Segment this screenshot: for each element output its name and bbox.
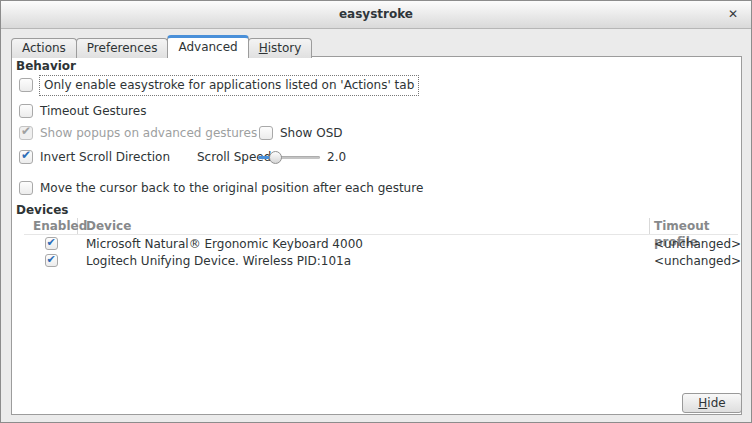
device-name-cell: Microsoft Natural® Ergonomic Keyboard 40… xyxy=(78,237,650,251)
scroll-speed-value: 2.0 xyxy=(327,150,346,164)
row-invert-scroll: Invert Scroll Direction Scroll Speed 2.0 xyxy=(19,149,735,165)
tab-history-label-rest: istory xyxy=(268,41,302,55)
hide-button-mnemonic: H xyxy=(698,396,707,410)
show-popups-checkbox xyxy=(19,126,33,140)
tab-advanced[interactable]: Advanced xyxy=(167,35,248,58)
behavior-heading: Behavior xyxy=(16,59,76,73)
only-enable-label[interactable]: Only enable easystroke for applications … xyxy=(39,75,419,96)
device-name-cell: Logitech Unifying Device. Wireless PID:1… xyxy=(78,254,650,268)
device-timeout-cell: <unchanged> xyxy=(650,254,738,268)
invert-scroll-checkbox[interactable] xyxy=(19,150,33,164)
device-enabled-checkbox[interactable] xyxy=(45,237,58,250)
device-enabled-cell xyxy=(24,254,78,267)
titlebar[interactable]: easystroke ✕ xyxy=(1,1,751,29)
tab-actions[interactable]: Actions xyxy=(11,38,77,58)
invert-scroll-label[interactable]: Invert Scroll Direction xyxy=(40,150,170,164)
close-icon[interactable]: ✕ xyxy=(728,1,738,28)
device-timeout-cell: <unchanged> xyxy=(650,237,738,251)
device-enabled-cell xyxy=(24,237,78,250)
hide-button-label-rest: ide xyxy=(707,396,725,410)
device-row[interactable]: Microsoft Natural® Ergonomic Keyboard 40… xyxy=(24,235,738,252)
column-header-timeout-profile[interactable]: Timeout profile xyxy=(650,218,738,234)
devices-table: Enabled Device Timeout profile Microsoft… xyxy=(24,218,738,269)
tab-history-mnemonic: H xyxy=(259,41,268,55)
slider-handle[interactable] xyxy=(269,151,282,164)
row-popups-osd: Show popups on advanced gestures Show OS… xyxy=(19,125,735,141)
move-cursor-checkbox[interactable] xyxy=(19,181,33,195)
device-row[interactable]: Logitech Unifying Device. Wireless PID:1… xyxy=(24,252,738,269)
only-enable-checkbox[interactable] xyxy=(19,78,33,92)
column-header-enabled[interactable]: Enabled xyxy=(24,218,78,234)
tab-bar: Actions Preferences Advanced History xyxy=(11,35,311,58)
devices-table-header: Enabled Device Timeout profile xyxy=(24,218,738,235)
show-popups-label: Show popups on advanced gestures xyxy=(40,126,257,140)
hide-button[interactable]: Hide xyxy=(682,393,742,413)
scroll-speed-slider[interactable] xyxy=(258,150,320,164)
device-enabled-checkbox[interactable] xyxy=(45,254,58,267)
column-header-device[interactable]: Device xyxy=(78,218,650,234)
show-osd-label[interactable]: Show OSD xyxy=(280,126,343,140)
timeout-gestures-label[interactable]: Timeout Gestures xyxy=(40,104,146,118)
row-only-enable: Only enable easystroke for applications … xyxy=(19,74,735,96)
timeout-gestures-checkbox[interactable] xyxy=(19,104,33,118)
devices-heading: Devices xyxy=(16,203,68,217)
advanced-tab-panel: Behavior Only enable easystroke for appl… xyxy=(11,56,742,415)
row-timeout-gestures: Timeout Gestures xyxy=(19,103,735,119)
show-osd-group: Show OSD xyxy=(259,126,343,140)
tab-preferences[interactable]: Preferences xyxy=(76,38,169,58)
window-title: easystroke xyxy=(1,1,751,28)
show-osd-checkbox[interactable] xyxy=(259,126,273,140)
easystroke-window: easystroke ✕ Actions Preferences Advance… xyxy=(0,0,752,423)
row-move-cursor: Move the cursor back to the original pos… xyxy=(19,180,735,196)
move-cursor-label[interactable]: Move the cursor back to the original pos… xyxy=(40,181,423,195)
tab-history[interactable]: History xyxy=(248,38,313,58)
